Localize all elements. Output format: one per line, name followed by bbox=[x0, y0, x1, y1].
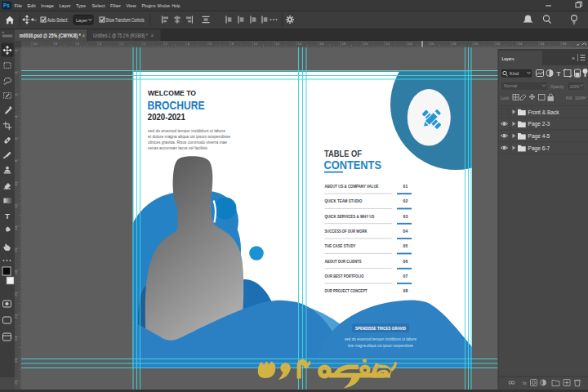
svg-text:22: 22 bbox=[14, 314, 18, 318]
svg-text:Lock:: Lock: bbox=[501, 96, 510, 100]
svg-text:SPENDISSE TRICES GRAVID: SPENDISSE TRICES GRAVID bbox=[355, 327, 407, 331]
svg-text:Fill:: Fill: bbox=[566, 96, 573, 100]
svg-text:22: 22 bbox=[386, 42, 390, 46]
svg-text:Type: Type bbox=[76, 2, 86, 8]
svg-text:24: 24 bbox=[14, 336, 18, 340]
svg-text:07: 07 bbox=[403, 274, 408, 278]
svg-text:Image: Image bbox=[41, 2, 55, 8]
svg-text:Help: Help bbox=[172, 2, 180, 8]
svg-text:30: 30 bbox=[474, 42, 479, 46]
svg-text:fx: fx bbox=[523, 381, 527, 385]
svg-text:WELCOME TO: WELCOME TO bbox=[148, 88, 196, 97]
svg-text:28: 28 bbox=[14, 380, 18, 384]
svg-text:Select: Select bbox=[92, 2, 105, 8]
svg-text:BROCHURE: BROCHURE bbox=[148, 99, 205, 112]
svg-text:Plugins: Plugins bbox=[142, 2, 156, 8]
svg-text:Edit: Edit bbox=[28, 2, 36, 8]
svg-text:34: 34 bbox=[519, 42, 523, 46]
svg-text:CONTENTS: CONTENTS bbox=[324, 158, 382, 172]
svg-text:20: 20 bbox=[364, 42, 368, 46]
svg-text:10: 10 bbox=[14, 181, 18, 185]
svg-text:32: 32 bbox=[497, 42, 501, 46]
svg-text:20: 20 bbox=[14, 292, 18, 296]
svg-text:QUICK SERVICES & WHY US: QUICK SERVICES & WHY US bbox=[325, 214, 375, 219]
svg-text:Ps: Ps bbox=[3, 2, 10, 8]
svg-text:2020-2021: 2020-2021 bbox=[148, 112, 185, 122]
svg-text:OUR PROJECT CONCEPT: OUR PROJECT CONCEPT bbox=[325, 288, 368, 293]
svg-text:01: 01 bbox=[403, 184, 408, 189]
svg-text:Page 6-7: Page 6-7 bbox=[528, 145, 550, 152]
svg-text:100%: 100% bbox=[570, 84, 581, 89]
svg-text:36: 36 bbox=[541, 42, 545, 46]
svg-text:Page 2-3: Page 2-3 bbox=[528, 121, 550, 127]
svg-text:sed do eiusmod tempor incididu: sed do eiusmod tempor incididunt ut labo… bbox=[345, 336, 416, 341]
svg-text:04: 04 bbox=[403, 229, 408, 234]
svg-text:SUCCESS OF OUR WORK: SUCCESS OF OUR WORK bbox=[325, 229, 368, 234]
svg-text:02: 02 bbox=[403, 198, 408, 203]
svg-text:T: T bbox=[557, 70, 561, 78]
svg-text:ABOUT US & COMPANY VALUE: ABOUT US & COMPANY VALUE bbox=[325, 184, 379, 189]
svg-text:08: 08 bbox=[403, 288, 408, 293]
svg-text:Kind: Kind bbox=[510, 71, 519, 76]
svg-text:12: 12 bbox=[14, 203, 18, 207]
svg-text:T: T bbox=[5, 212, 10, 220]
svg-text:m0030.psd @ 25% (CMYK/8) *: m0030.psd @ 25% (CMYK/8) * bbox=[20, 33, 81, 39]
svg-text:Front & Back: Front & Back bbox=[528, 109, 560, 115]
svg-text:ultrices gravida. Risus commod: ultrices gravida. Risus commodo viverra … bbox=[148, 139, 227, 145]
svg-text:Normal: Normal bbox=[504, 83, 517, 88]
svg-text:lore magna aliqua uis ipsum su: lore magna aliqua uis ipsum suspendisse bbox=[348, 343, 413, 348]
svg-text:Page 4-5: Page 4-5 bbox=[528, 133, 550, 140]
svg-text:10: 10 bbox=[33, 42, 38, 46]
svg-text:38: 38 bbox=[563, 42, 567, 46]
svg-text:QUICK TEAM STUDIO: QUICK TEAM STUDIO bbox=[325, 198, 363, 203]
svg-text:Window: Window bbox=[158, 2, 171, 8]
svg-text:»: » bbox=[572, 56, 575, 61]
svg-text:et dolore magna aliqua uis ips: et dolore magna aliqua uis ipsum suspend… bbox=[148, 133, 230, 139]
svg-text:28: 28 bbox=[452, 42, 457, 46]
svg-text:26: 26 bbox=[430, 42, 434, 46]
svg-text:26: 26 bbox=[14, 358, 18, 362]
svg-text:18: 18 bbox=[14, 270, 18, 274]
svg-text:10: 10 bbox=[254, 42, 258, 46]
svg-text:cenas accumsan lacus vel facil: cenas accumsan lacus vel facilisis. bbox=[148, 145, 208, 150]
svg-text:05: 05 bbox=[403, 243, 408, 248]
svg-text:18: 18 bbox=[342, 42, 346, 46]
svg-text:Opacity:: Opacity: bbox=[550, 84, 565, 89]
svg-text:06: 06 bbox=[403, 259, 408, 264]
svg-text:Show Transform Controls: Show Transform Controls bbox=[106, 17, 145, 23]
svg-text:14: 14 bbox=[14, 225, 18, 229]
svg-text:×: × bbox=[151, 33, 154, 38]
svg-text:sed do eiusmod tempor incididu: sed do eiusmod tempor incididunt ut labo… bbox=[148, 127, 225, 133]
svg-text:24: 24 bbox=[408, 42, 412, 46]
svg-text:Auto-Select:: Auto-Select: bbox=[47, 17, 69, 23]
svg-text:File: File bbox=[15, 2, 23, 8]
svg-text:ABOUT OUR CLIENTS: ABOUT OUR CLIENTS bbox=[325, 259, 362, 264]
svg-text:16: 16 bbox=[320, 42, 324, 46]
svg-text:14: 14 bbox=[298, 42, 302, 46]
svg-text:Filter: Filter bbox=[110, 2, 121, 8]
svg-text:Layer: Layer bbox=[60, 2, 71, 8]
svg-text:Layer: Layer bbox=[76, 18, 87, 23]
svg-text:×: × bbox=[82, 33, 86, 38]
svg-text:OUR BEST PORTFOLIO: OUR BEST PORTFOLIO bbox=[325, 274, 364, 278]
svg-text:16: 16 bbox=[14, 247, 18, 252]
svg-text:Untitled-1 @ 75.1% (RGB/8) *: Untitled-1 @ 75.1% (RGB/8) * bbox=[93, 33, 148, 39]
svg-text:12: 12 bbox=[276, 42, 280, 46]
svg-text:View: View bbox=[127, 2, 136, 8]
svg-text:03: 03 bbox=[403, 214, 408, 219]
svg-text:THE CASE STUDY: THE CASE STUDY bbox=[325, 243, 356, 248]
svg-text:Layers: Layers bbox=[502, 56, 514, 61]
